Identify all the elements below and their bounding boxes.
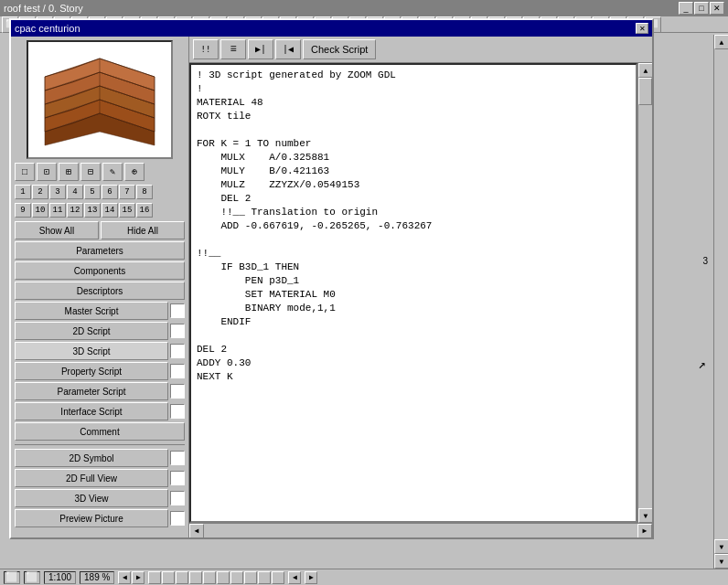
num-btn-4[interactable]: 4 (67, 185, 83, 199)
interface-script-btn[interactable]: Interface Script (15, 402, 168, 420)
left-panel: □ ⊡ ⊞ ⊟ ✎ ⊕ 1 2 3 4 5 6 7 8 (11, 37, 189, 537)
code-editor[interactable]: ! 3D script generated by ZOOM GDL ! MATE… (189, 63, 637, 523)
script-tool-btn-3[interactable]: ▶| (248, 39, 273, 59)
status-tool-8[interactable] (244, 571, 257, 584)
tool-btn-4[interactable]: ⊟ (80, 163, 101, 181)
3d-view-row: 3D View (15, 489, 185, 507)
scroll-left-btn[interactable]: ◀ (189, 524, 204, 538)
scroll-track[interactable] (638, 78, 652, 508)
descriptors-btn[interactable]: Descriptors (15, 282, 185, 300)
hide-all-btn[interactable]: Hide All (101, 221, 185, 239)
check-script-button[interactable]: Check Script (303, 39, 376, 59)
status-icons-row (148, 571, 284, 584)
h-scroll-track[interactable] (204, 524, 637, 538)
2d-fullview-checkbox[interactable] (170, 471, 185, 485)
status-nav-right[interactable]: ▶ (305, 571, 317, 584)
num-btn-12[interactable]: 12 (67, 203, 83, 218)
property-script-btn[interactable]: Property Script (15, 362, 168, 380)
script-tool-btn-2[interactable]: ≡ (220, 39, 246, 59)
master-script-btn[interactable]: Master Script (15, 302, 168, 320)
master-script-row: Master Script (15, 302, 185, 320)
master-script-checkbox[interactable] (170, 303, 185, 318)
num-btn-8[interactable]: 8 (136, 185, 153, 199)
num-btn-9[interactable]: 9 (15, 203, 31, 218)
2d-fullview-row: 2D Full View (15, 469, 185, 487)
dialog-title-buttons: ✕ (636, 23, 648, 34)
status-tool-10[interactable] (272, 571, 284, 584)
components-btn[interactable]: Components (15, 261, 185, 280)
2d-script-row: 2D Script (15, 322, 185, 340)
num-btn-13[interactable]: 13 (84, 203, 101, 218)
preview-picture-checkbox[interactable] (170, 511, 185, 526)
comment-btn[interactable]: Comment (15, 422, 185, 441)
preview-picture-btn[interactable]: Preview Picture (15, 509, 168, 527)
3d-script-btn[interactable]: 3D Script (15, 342, 168, 360)
status-tool-5[interactable] (203, 571, 216, 584)
outer-scroll-track[interactable] (714, 49, 728, 539)
tool-btn-6[interactable]: ⊕ (124, 163, 145, 181)
num-btn-2[interactable]: 2 (32, 185, 48, 199)
tool-buttons-row: □ ⊡ ⊞ ⊟ ✎ ⊕ (15, 163, 185, 181)
outer-scroll-down-1[interactable]: ▼ (714, 539, 728, 554)
dialog-close-btn[interactable]: ✕ (636, 23, 648, 34)
num-btn-15[interactable]: 15 (119, 203, 135, 218)
scroll-right-btn[interactable]: ▶ (637, 524, 652, 538)
num-btn-7[interactable]: 7 (119, 185, 135, 199)
arrow-indicator: ↗ (699, 356, 706, 372)
parameter-script-checkbox[interactable] (170, 384, 185, 399)
outer-scroll-up[interactable]: ▲ (714, 35, 728, 49)
status-tool-1[interactable] (148, 571, 161, 584)
minimize-btn[interactable]: _ (679, 2, 693, 15)
3d-view-btn[interactable]: 3D View (15, 489, 168, 507)
tool-btn-2[interactable]: ⊡ (37, 163, 57, 181)
status-tool-4[interactable] (189, 571, 202, 584)
num-btn-3[interactable]: 3 (49, 185, 66, 199)
outer-scroll-down-2[interactable]: ▼ (714, 554, 728, 569)
status-icon-2[interactable]: ⬜ (24, 571, 40, 584)
3d-view-checkbox[interactable] (170, 491, 185, 505)
status-tool-2[interactable] (162, 571, 175, 584)
status-icon-1[interactable]: ⬜ (4, 571, 20, 584)
num-btn-5[interactable]: 5 (84, 185, 101, 199)
num-buttons-row2: 9 10 11 12 13 14 15 16 (15, 203, 185, 218)
num-btn-14[interactable]: 14 (102, 203, 118, 218)
outer-title-buttons: _ □ ✕ (679, 2, 724, 15)
status-tool-9[interactable] (258, 571, 271, 584)
2d-script-btn[interactable]: 2D Script (15, 322, 168, 340)
property-script-checkbox[interactable] (170, 364, 185, 378)
interface-script-checkbox[interactable] (170, 404, 185, 419)
tool-btn-3[interactable]: ⊞ (59, 163, 79, 181)
scroll-thumb[interactable] (638, 78, 652, 105)
right-label-3: 3 (702, 256, 708, 266)
scroll-down-btn[interactable]: ▼ (638, 508, 652, 523)
tool-btn-1[interactable]: □ (15, 163, 35, 181)
nav-prev[interactable]: ◀ (118, 571, 131, 584)
nav-next[interactable]: ▶ (132, 571, 145, 584)
cpac-centurion-dialog: cpac centurion ✕ (9, 18, 654, 539)
show-all-btn[interactable]: Show All (15, 221, 99, 239)
status-tool-6[interactable] (217, 571, 230, 584)
2d-fullview-btn[interactable]: 2D Full View (15, 469, 168, 487)
close-btn[interactable]: ✕ (710, 2, 724, 15)
2d-symbol-checkbox[interactable] (170, 451, 185, 465)
preview-picture-row: Preview Picture (15, 509, 185, 527)
num-buttons-row1: 1 2 3 4 5 6 7 8 (15, 185, 185, 199)
num-btn-6[interactable]: 6 (102, 185, 118, 199)
status-tool-3[interactable] (176, 571, 188, 584)
2d-symbol-btn[interactable]: 2D Symbol (15, 449, 168, 467)
maximize-btn[interactable]: □ (694, 2, 709, 15)
parameter-script-btn[interactable]: Parameter Script (15, 382, 168, 400)
3d-script-checkbox[interactable] (170, 344, 185, 358)
status-tool-7[interactable] (230, 571, 243, 584)
tool-btn-5[interactable]: ✎ (102, 163, 123, 181)
num-btn-11[interactable]: 11 (49, 203, 66, 218)
2d-script-checkbox[interactable] (170, 324, 185, 338)
num-btn-10[interactable]: 10 (32, 203, 48, 218)
script-tool-btn-1[interactable]: !! (193, 39, 219, 59)
script-tool-btn-4[interactable]: |◀ (275, 39, 301, 59)
scroll-up-btn[interactable]: ▲ (638, 63, 652, 78)
parameters-btn[interactable]: Parameters (15, 241, 185, 260)
status-nav-left[interactable]: ◀ (288, 571, 301, 584)
num-btn-16[interactable]: 16 (136, 203, 153, 218)
num-btn-1[interactable]: 1 (15, 185, 31, 199)
